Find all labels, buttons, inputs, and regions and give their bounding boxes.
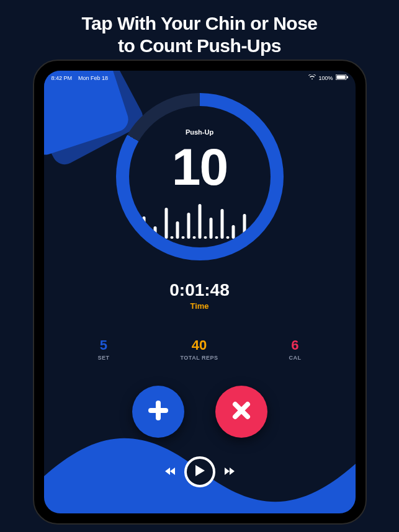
next-track-button[interactable] bbox=[224, 467, 235, 477]
stat-cal-value: 6 bbox=[289, 337, 301, 353]
stat-cal: 6 CAL bbox=[289, 337, 301, 361]
status-battery: 100% bbox=[318, 75, 333, 81]
stat-set: 5 SET bbox=[97, 337, 109, 361]
waveform-icon bbox=[142, 204, 257, 239]
timer-block: 0:01:48 Time bbox=[44, 280, 356, 311]
status-date: Mon Feb 18 bbox=[78, 75, 108, 81]
promo-heading: Tap With Your Chin or Nose to Count Push… bbox=[0, 0, 399, 67]
stat-set-label: SET bbox=[97, 355, 109, 361]
timer-value: 0:01:48 bbox=[44, 280, 356, 300]
media-controls bbox=[164, 456, 235, 487]
play-button[interactable] bbox=[184, 456, 215, 487]
tablet-frame: 8:42 PM Mon Feb 18 100% Push-Up 10 bbox=[33, 60, 367, 525]
status-bar: 8:42 PM Mon Feb 18 100% bbox=[52, 74, 348, 81]
status-time: 8:42 PM bbox=[52, 75, 73, 81]
stat-cal-label: CAL bbox=[289, 355, 301, 361]
svg-rect-1 bbox=[336, 76, 345, 79]
promo-line1: Tap With Your Chin or Nose bbox=[81, 13, 317, 33]
svg-rect-4 bbox=[148, 408, 168, 413]
counter-inner: Push-Up 10 bbox=[129, 106, 271, 247]
prev-track-button[interactable] bbox=[164, 467, 176, 477]
rep-count: 10 bbox=[172, 141, 227, 193]
wifi-icon bbox=[308, 74, 316, 81]
stat-total-reps-label: TOTAL REPS bbox=[180, 355, 218, 361]
battery-icon bbox=[336, 74, 348, 81]
stat-set-value: 5 bbox=[97, 337, 109, 353]
play-icon bbox=[194, 464, 205, 479]
stat-total-reps-value: 40 bbox=[180, 337, 218, 353]
stat-total-reps: 40 TOTAL REPS bbox=[180, 337, 218, 361]
promo-line2: to Count Push-Ups bbox=[118, 35, 281, 56]
progress-ring: Push-Up 10 bbox=[116, 93, 284, 260]
status-right: 100% bbox=[308, 74, 347, 81]
stats-row: 5 SET 40 TOTAL REPS 6 CAL bbox=[44, 337, 356, 361]
status-left: 8:42 PM Mon Feb 18 bbox=[52, 75, 109, 81]
timer-label: Time bbox=[44, 301, 356, 311]
svg-rect-2 bbox=[347, 76, 348, 79]
tablet-screen: 8:42 PM Mon Feb 18 100% Push-Up 10 bbox=[44, 71, 356, 513]
counter-ring[interactable]: Push-Up 10 bbox=[116, 93, 284, 260]
exercise-label: Push-Up bbox=[186, 128, 213, 136]
